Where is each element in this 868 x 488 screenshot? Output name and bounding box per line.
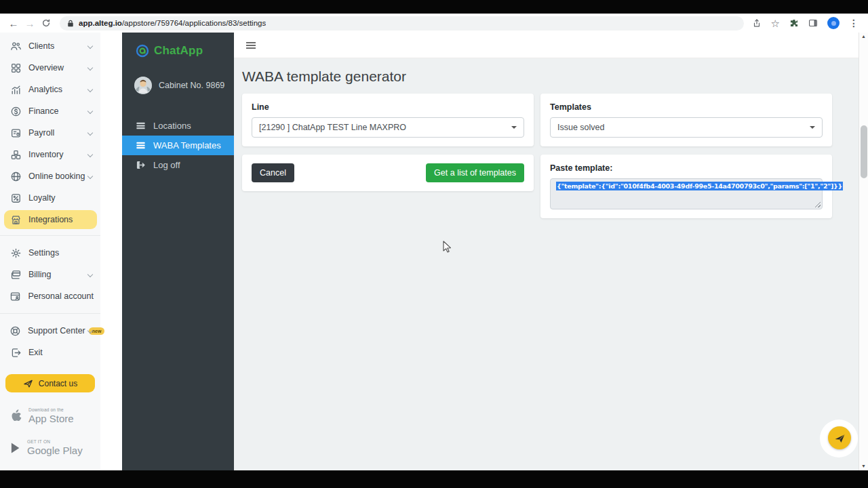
clients-icon — [9, 41, 22, 52]
google-play-icon — [9, 441, 22, 455]
sidebar-item-finance[interactable]: Finance — [0, 100, 100, 122]
sidebar-item-label: Loyalty — [28, 193, 56, 203]
sidebar-item-clients[interactable]: Clients — [0, 35, 100, 57]
settings-gear-icon — [9, 247, 22, 259]
textarea-resize-handle[interactable] — [814, 201, 821, 207]
templates-select[interactable]: Issue solved — [550, 117, 823, 138]
chatapp-logo-icon — [136, 44, 149, 58]
sidebar-item-exit[interactable]: Exit — [0, 342, 100, 363]
extensions-puzzle-icon[interactable] — [789, 18, 799, 28]
browser-menu-kebab-icon[interactable]: ⋮ — [849, 18, 859, 28]
side-panel-icon[interactable] — [808, 18, 818, 28]
sidebar-item-label: Inventory — [28, 150, 63, 159]
bookmark-star-icon[interactable]: ☆ — [771, 18, 780, 28]
chatapp-logo: ChatApp — [122, 33, 234, 58]
sidebar-item-loyalty[interactable]: Loyalty — [0, 187, 100, 209]
forward-icon[interactable]: → — [22, 18, 38, 28]
line-label: Line — [252, 102, 524, 112]
chatapp-logo-text: ChatApp — [154, 44, 203, 58]
scroll-down-arrow-icon[interactable]: ▼ — [859, 462, 868, 470]
sidebar-item-inventory[interactable]: Inventory — [0, 144, 100, 165]
scrollbar-thumb[interactable] — [861, 125, 867, 178]
app-sidebar-item-label: WABA Templates — [153, 140, 221, 150]
app-store-name: App Store — [28, 413, 74, 424]
send-icon — [23, 378, 33, 388]
online-booking-icon — [9, 171, 22, 182]
templates-label: Templates — [550, 102, 823, 112]
paste-template-card: Paste template: {"template":{"id":"010f4… — [540, 155, 832, 218]
sidebar-item-label: Settings — [28, 248, 59, 258]
inventory-icon — [9, 149, 22, 161]
google-play-tagline: GET IT ON — [27, 439, 83, 444]
personal-account-icon — [9, 291, 21, 302]
sidebar-divider — [0, 313, 100, 314]
scroll-up-arrow-icon[interactable]: ▲ — [859, 33, 868, 41]
cabinet-label: Cabinet No. 9869 — [159, 81, 224, 90]
chevron-down-icon — [87, 65, 93, 70]
sidebar-item-label: Clients — [28, 41, 54, 51]
chat-fab-button[interactable] — [828, 426, 851, 449]
page-scrollbar[interactable]: ▲ ▼ — [859, 33, 868, 470]
main-top-bar — [234, 33, 868, 58]
chevron-down-icon — [87, 272, 93, 277]
line-select[interactable]: [21290 ] ChatApp TEST Line MAXPRO — [252, 117, 524, 138]
cabinet-row[interactable]: Cabinet No. 9869 — [122, 58, 234, 94]
url-domain: app.alteg.io — [79, 19, 122, 27]
chevron-down-icon — [87, 130, 93, 136]
app-sidebar-item-log-off[interactable]: Log off — [122, 155, 234, 175]
sidebar-item-settings[interactable]: Settings — [0, 242, 100, 264]
google-play-name: Google Play — [27, 445, 83, 456]
chevron-down-icon — [87, 108, 93, 114]
sidebar-item-payroll[interactable]: Payroll — [0, 122, 100, 144]
templates-select-value: Issue solved — [557, 123, 604, 132]
chevron-down-icon — [87, 87, 93, 92]
integrations-icon — [9, 214, 22, 226]
sidebar-gap — [100, 33, 122, 470]
browser-toolbar: ← → app.alteg.io/appstore/759764/applica… — [0, 14, 868, 33]
chevron-down-icon — [87, 152, 93, 157]
back-icon[interactable]: ← — [5, 18, 22, 28]
sidebar-item-integrations[interactable]: Integrations — [4, 210, 97, 229]
templates-card: Templates Issue solved — [540, 94, 832, 146]
selected-template-json: {"template":{"id":"010f4fb4-4003-49df-99… — [556, 182, 843, 190]
app-sidebar-item-label: Log off — [153, 160, 180, 170]
get-templates-button[interactable]: Get a list of templates — [426, 163, 524, 182]
sidebar-item-label: Personal account — [28, 291, 94, 301]
app-store-badge[interactable]: Download on the App Store — [9, 407, 100, 424]
paste-template-textarea[interactable]: {"template":{"id":"010f4fb4-4003-49df-99… — [550, 178, 823, 209]
exit-icon — [9, 347, 22, 359]
chevron-down-icon — [511, 126, 517, 131]
google-play-badge[interactable]: GET IT ON Google Play — [9, 439, 100, 456]
sidebar-item-label: Billing — [28, 270, 51, 279]
address-bar[interactable]: app.alteg.io/appstore/759764/application… — [60, 16, 744, 30]
sidebar-item-label: Analytics — [28, 85, 62, 94]
paper-plane-icon — [834, 432, 846, 444]
app-sidebar-item-locations[interactable]: Locations — [122, 116, 234, 136]
cancel-button[interactable]: Cancel — [252, 163, 294, 182]
sidebar-item-billing[interactable]: Billing — [0, 264, 100, 285]
browser-profile-avatar[interactable] — [827, 17, 840, 29]
app-sidebar-item-label: Locations — [153, 121, 191, 131]
contact-us-button[interactable]: Contact us — [5, 374, 95, 392]
app-store-tagline: Download on the — [28, 407, 74, 412]
sidebar-item-support-center[interactable]: Support Center new — [0, 320, 100, 342]
hamburger-menu-icon[interactable] — [246, 41, 256, 50]
lock-icon — [67, 20, 74, 27]
reload-icon[interactable] — [38, 18, 54, 28]
sidebar-item-online-booking[interactable]: Online booking — [0, 165, 100, 187]
sidebar-item-label: Integrations — [28, 215, 73, 224]
chevron-down-icon — [810, 126, 815, 131]
chevron-down-icon — [87, 174, 93, 179]
sidebar-item-analytics[interactable]: Analytics — [0, 79, 100, 100]
sidebar-item-personal-account[interactable]: Personal account — [0, 285, 100, 307]
overview-icon — [9, 62, 22, 74]
sidebar-item-overview[interactable]: Overview — [0, 57, 100, 79]
line-card: Line [21290 ] ChatApp TEST Line MAXPRO — [242, 94, 534, 146]
billing-icon — [9, 269, 22, 281]
log-off-icon — [136, 160, 146, 170]
share-icon[interactable] — [752, 18, 762, 28]
sidebar-item-label: Overview — [28, 63, 64, 73]
templates-icon — [136, 140, 146, 150]
app-sidebar-item-waba-templates[interactable]: WABA Templates — [122, 136, 234, 155]
sidebar-item-label: Support Center — [28, 326, 85, 336]
